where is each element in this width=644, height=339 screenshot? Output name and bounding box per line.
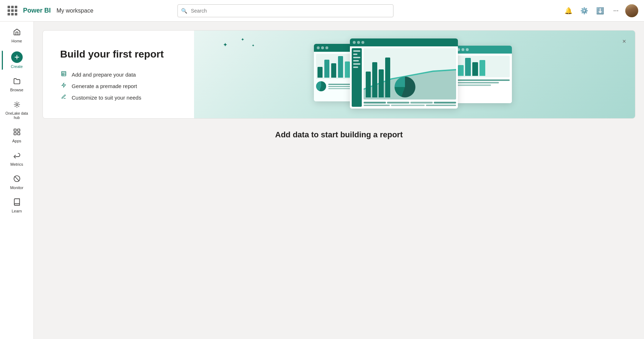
sidebar-item-onelake[interactable]: OneLake data hub xyxy=(2,97,32,124)
more-options-button[interactable]: ··· xyxy=(609,4,622,17)
settings-button[interactable]: ⚙️ xyxy=(578,4,591,17)
sidebar-item-create[interactable]: Create xyxy=(2,48,32,73)
banner-list-item-3: Customize to suit your needs xyxy=(60,94,177,101)
dashboard-main-window xyxy=(350,38,458,109)
svg-rect-4 xyxy=(17,132,19,134)
svg-rect-7 xyxy=(62,72,66,76)
search-input[interactable] xyxy=(177,4,393,17)
customize-icon xyxy=(60,94,67,101)
svg-point-0 xyxy=(16,104,18,106)
sidebar-item-monitor[interactable]: Monitor xyxy=(2,171,32,194)
sidebar-item-onelake-label: OneLake data hub xyxy=(3,111,31,120)
svg-marker-11 xyxy=(62,83,66,88)
download-button[interactable]: ⬇️ xyxy=(594,4,607,17)
banner-card: × Build your first report Ad xyxy=(42,30,635,119)
monitor-icon xyxy=(13,175,21,184)
sidebar-item-metrics-label: Metrics xyxy=(10,162,23,167)
header-left: Power BI My workspace xyxy=(6,4,93,17)
sidebar-item-apps-label: Apps xyxy=(12,139,21,143)
learn-icon xyxy=(13,198,21,207)
banner-visual: ✦ ✦ ✦ xyxy=(194,31,635,118)
banner-list-item-2: Generate a premade report xyxy=(60,82,177,90)
main-content: × Build your first report Ad xyxy=(34,22,644,339)
svg-line-6 xyxy=(14,176,19,181)
apps-icon xyxy=(13,128,21,137)
sidebar-item-browse-label: Browse xyxy=(10,88,23,92)
sidebar-item-metrics[interactable]: Metrics xyxy=(2,148,32,170)
sidebar-item-home-label: Home xyxy=(12,39,22,43)
dashboard-illustration xyxy=(314,31,515,118)
banner-list-item-3-text: Customize to suit your needs xyxy=(72,95,141,101)
notification-button[interactable]: 🔔 xyxy=(562,4,575,17)
workspace-name[interactable]: My workspace xyxy=(57,8,93,14)
onelake-icon xyxy=(13,101,21,110)
close-banner-button[interactable]: × xyxy=(619,36,629,46)
sidebar: Home Create Browse xyxy=(0,22,34,339)
sidebar-item-monitor-label: Monitor xyxy=(10,185,23,190)
banner-list: Add and prepare your data Generate a pre… xyxy=(60,71,177,101)
sidebar-item-learn[interactable]: Learn xyxy=(2,194,32,217)
sparkle-3-icon: ✦ xyxy=(252,43,255,47)
header: Power BI My workspace 🔍 🔔 ⚙️ ⬇️ ··· xyxy=(0,0,644,22)
lightning-icon xyxy=(60,82,67,90)
svg-rect-3 xyxy=(14,132,16,134)
brand-name: Power BI xyxy=(23,7,51,14)
banner-content: Build your first report Add and prepare … xyxy=(43,31,194,118)
banner-list-item-1-text: Add and prepare your data xyxy=(72,72,136,78)
search-icon: 🔍 xyxy=(181,8,187,14)
browse-icon xyxy=(13,77,21,86)
avatar[interactable] xyxy=(625,4,638,17)
metrics-icon xyxy=(13,151,21,161)
sparkle-2-icon: ✦ xyxy=(241,37,244,42)
sidebar-item-learn-label: Learn xyxy=(12,209,22,214)
banner-list-item-1: Add and prepare your data xyxy=(60,71,177,78)
sidebar-item-create-label: Create xyxy=(11,64,23,69)
home-icon xyxy=(13,28,21,37)
sidebar-item-browse[interactable]: Browse xyxy=(2,73,32,96)
sidebar-item-home[interactable]: Home xyxy=(2,24,32,47)
sidebar-item-apps[interactable]: Apps xyxy=(2,124,32,147)
banner-list-item-2-text: Generate a premade report xyxy=(72,83,137,89)
section-title: Add data to start building a report xyxy=(42,130,635,139)
banner-title: Build your first report xyxy=(60,48,177,61)
svg-rect-2 xyxy=(17,129,19,131)
main-container: Home Create Browse xyxy=(0,22,644,339)
svg-rect-1 xyxy=(14,129,16,131)
table-icon xyxy=(60,71,67,78)
dashboard-right-window xyxy=(454,46,512,103)
create-icon xyxy=(11,51,23,63)
sparkle-1-icon: ✦ xyxy=(223,41,228,48)
header-right: 🔔 ⚙️ ⬇️ ··· xyxy=(562,4,638,17)
waffle-menu-icon[interactable] xyxy=(6,4,19,17)
search-bar[interactable]: 🔍 xyxy=(177,4,393,17)
